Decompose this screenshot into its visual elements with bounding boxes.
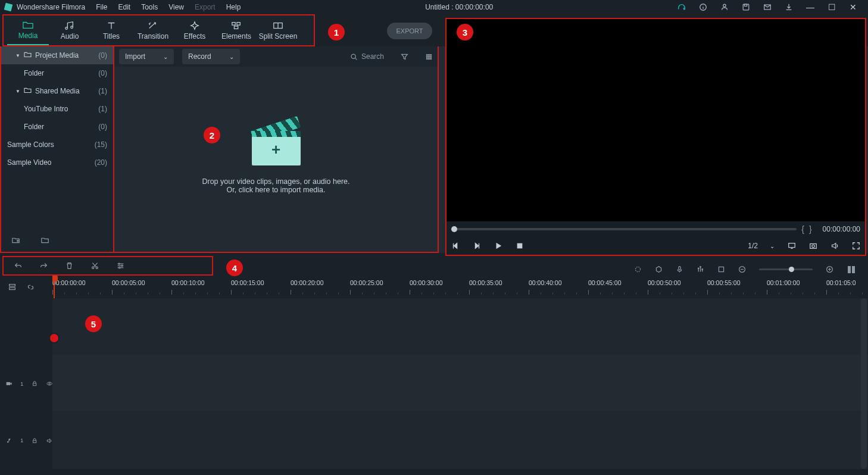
tab-label: Media <box>18 32 38 40</box>
tree-item[interactable]: Sample Colors(15) <box>1 136 113 154</box>
svg-rect-37 <box>679 267 680 270</box>
menu-help[interactable]: Help <box>226 3 241 11</box>
zoom-in-icon[interactable] <box>826 265 833 273</box>
ruler-label: 00:00:10:00 <box>171 279 204 286</box>
volume-icon[interactable] <box>830 242 839 250</box>
svg-point-36 <box>635 267 640 271</box>
tree-item[interactable]: YouTube Intro(1) <box>1 100 113 118</box>
zoom-slider[interactable] <box>759 268 813 270</box>
timeline-tracks[interactable] <box>52 298 868 469</box>
menu-tools[interactable]: Tools <box>141 3 158 11</box>
step-forward-icon[interactable] <box>473 242 481 250</box>
download-icon[interactable] <box>785 3 793 11</box>
import-dropdown[interactable]: Import⌄ <box>119 49 174 64</box>
svg-line-13 <box>355 58 357 59</box>
save-icon[interactable] <box>742 3 750 11</box>
filter-icon[interactable] <box>401 53 408 61</box>
track-header-blank <box>0 298 52 355</box>
preview-viewport[interactable] <box>447 19 865 221</box>
tab-titles[interactable]: Titles <box>90 15 132 45</box>
folder-icon[interactable] <box>41 236 49 244</box>
crop-icon[interactable] <box>717 265 725 273</box>
display-icon[interactable] <box>788 242 796 250</box>
tree-item[interactable]: Folder(0) <box>1 64 113 82</box>
svg-rect-47 <box>848 266 851 273</box>
eye-icon[interactable] <box>46 380 52 388</box>
menu-view[interactable]: View <box>168 3 184 11</box>
tracks-icon[interactable] <box>8 283 16 291</box>
lock-icon[interactable] <box>32 437 38 445</box>
menu-edit[interactable]: Edit <box>118 3 131 11</box>
tree-item[interactable]: ▼Shared Media(1) <box>1 82 113 100</box>
fullscreen-icon[interactable] <box>852 242 860 250</box>
tab-transition[interactable]: Transition <box>132 15 174 45</box>
tab-audio[interactable]: Audio <box>49 15 90 45</box>
tab-split-screen[interactable]: Split Screen <box>257 15 299 45</box>
stop-icon[interactable] <box>516 242 524 250</box>
track-header-video[interactable]: 1 <box>0 355 52 412</box>
grid-view-icon[interactable] <box>425 53 433 61</box>
close-button[interactable]: ✕ <box>849 2 857 12</box>
media-drop-zone[interactable]: + Drop your video clips, images, or audi… <box>114 67 438 252</box>
step-back-icon[interactable] <box>451 242 460 250</box>
link-icon[interactable] <box>27 283 35 291</box>
tab-media[interactable]: Media <box>7 15 49 45</box>
menu-file[interactable]: File <box>96 3 107 11</box>
info-icon[interactable] <box>699 3 707 11</box>
add-folder-icon[interactable] <box>12 236 20 244</box>
vertical-scrollbar[interactable] <box>861 298 867 469</box>
snapshot-icon[interactable] <box>809 242 817 250</box>
lock-icon[interactable] <box>32 380 38 388</box>
elements-icon <box>231 21 242 30</box>
render-icon[interactable] <box>634 265 642 273</box>
settings-icon[interactable] <box>117 262 124 270</box>
scrub-track[interactable] <box>451 228 797 230</box>
scrub-handle[interactable] <box>451 226 457 232</box>
track-row[interactable] <box>52 298 868 355</box>
tree-item[interactable]: Sample Video(20) <box>1 154 113 171</box>
mark-in-icon[interactable]: { <box>801 224 804 234</box>
record-dropdown[interactable]: Record⌄ <box>182 49 240 64</box>
zoom-fit-icon[interactable] <box>847 265 856 274</box>
video-track-icon <box>6 380 12 388</box>
maximize-button[interactable]: ☐ <box>828 2 836 12</box>
mail-icon[interactable] <box>763 3 772 11</box>
svg-rect-49 <box>10 284 15 286</box>
timeline-ruler[interactable]: 00:00:00:0000:00:05:0000:00:10:0000:00:1… <box>52 276 868 298</box>
preview-scrubber: { } 00:00:00:00 <box>447 221 865 237</box>
tab-effects[interactable]: Effects <box>174 15 216 45</box>
minimize-button[interactable]: — <box>806 2 814 12</box>
preview-timecode: 00:00:00:00 <box>823 225 860 233</box>
tree-label: Sample Colors <box>7 140 54 149</box>
play-icon[interactable] <box>494 242 502 250</box>
tree-label: Project Media <box>35 51 79 60</box>
delete-icon[interactable] <box>65 262 73 270</box>
tree-item[interactable]: ▼Project Media(0) <box>1 46 113 64</box>
track-row[interactable] <box>52 355 868 411</box>
user-icon[interactable] <box>720 3 729 11</box>
undo-icon[interactable] <box>14 262 22 270</box>
headset-icon[interactable] <box>677 3 686 11</box>
tab-elements[interactable]: Elements <box>216 15 257 45</box>
zoom-out-icon[interactable] <box>738 265 746 273</box>
zoom-handle[interactable] <box>789 267 794 272</box>
playhead[interactable] <box>54 277 55 298</box>
marker-icon[interactable] <box>655 265 663 273</box>
search-box[interactable]: Search <box>350 52 384 61</box>
track-row[interactable] <box>52 411 868 467</box>
svg-point-35 <box>119 267 120 268</box>
track-header-audio[interactable]: 1 <box>0 412 52 469</box>
speaker-icon[interactable] <box>46 437 52 445</box>
playhead-marker[interactable] <box>49 333 60 343</box>
tree-item[interactable]: Folder(0) <box>1 118 113 136</box>
svg-point-12 <box>351 54 355 58</box>
voiceover-icon[interactable] <box>676 265 683 273</box>
preview-panel: { } 00:00:00:00 1/2⌄ <box>445 18 866 256</box>
svg-point-18 <box>429 56 430 57</box>
export-button[interactable]: EXPORT <box>387 23 432 39</box>
mark-out-icon[interactable]: } <box>809 224 812 234</box>
cut-icon[interactable] <box>91 262 99 270</box>
playback-quality[interactable]: 1/2⌄ <box>748 242 775 250</box>
audio-mixer-icon[interactable] <box>697 265 704 273</box>
redo-icon[interactable] <box>40 262 48 270</box>
